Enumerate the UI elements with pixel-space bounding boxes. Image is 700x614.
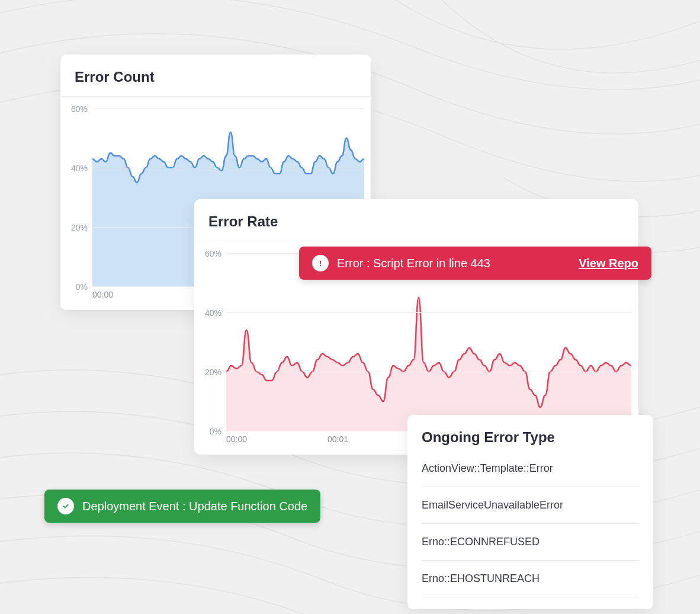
view-repo-link[interactable]: View Repo	[579, 257, 638, 270]
y-tick: 40%	[71, 164, 92, 173]
error-count-title: Error Count	[60, 55, 371, 97]
y-tick: 0%	[210, 427, 226, 436]
y-tick: 60%	[205, 249, 226, 258]
deployment-banner-text: Deployment Event : Update Function Code	[82, 500, 307, 513]
list-item[interactable]: Erno::ECONNREFUSED	[422, 524, 639, 561]
y-tick: 60%	[71, 104, 92, 114]
y-tick: 20%	[205, 367, 226, 377]
error-rate-title: Error Rate	[194, 199, 638, 241]
y-tick: 40%	[205, 308, 226, 318]
y-tick: 20%	[71, 223, 92, 232]
error-rate-area-chart	[226, 253, 631, 431]
ongoing-error-card: Ongoing Error Type ActionView::Template:…	[407, 415, 653, 609]
svg-rect-1	[320, 261, 321, 264]
svg-point-3	[61, 501, 70, 511]
error-banner-text: Error : Script Error in line 443	[337, 257, 490, 270]
list-item[interactable]: ActionView::Template::Error	[422, 450, 639, 487]
deployment-banner[interactable]: Deployment Event : Update Function Code	[44, 490, 320, 523]
check-icon	[57, 498, 74, 514]
ongoing-error-title: Ongoing Error Type	[407, 415, 653, 450]
error-banner[interactable]: Error : Script Error in line 443 View Re…	[299, 247, 651, 280]
x-tick: 00:00	[226, 434, 327, 444]
ongoing-error-list: ActionView::Template::Error EmailService…	[407, 450, 653, 609]
list-item[interactable]: EmailServiceUnavailableError	[422, 487, 639, 524]
alert-icon	[312, 255, 329, 271]
y-tick: 0%	[76, 282, 92, 292]
list-item[interactable]: Erno::EHOSTUNREACH	[422, 561, 639, 597]
svg-point-2	[320, 265, 321, 266]
